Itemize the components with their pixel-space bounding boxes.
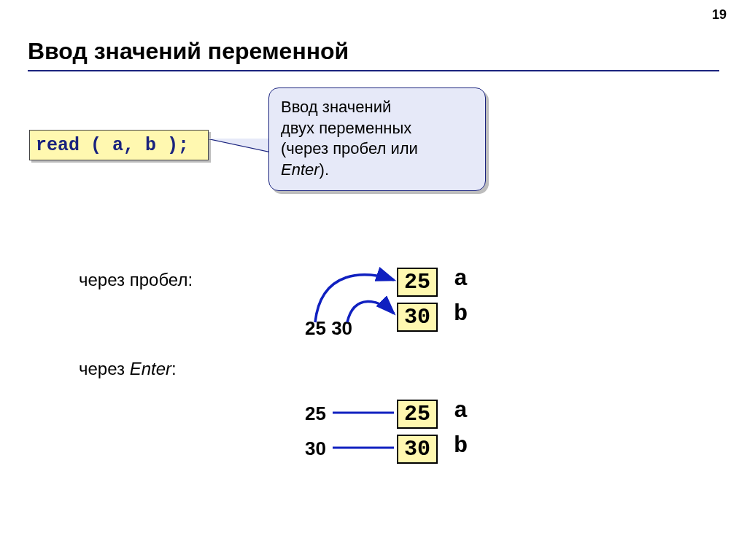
input-enter-line1: 25 xyxy=(305,402,326,425)
result-box-b-enter: 30 xyxy=(397,435,438,464)
title-underline xyxy=(28,70,719,71)
result-box-a-space: 25 xyxy=(397,268,438,297)
callout-line2: двух переменных xyxy=(281,119,411,137)
code-snippet: read ( a, b ); xyxy=(29,130,209,160)
page-number: 19 xyxy=(712,7,727,23)
callout-line3: (через пробел или xyxy=(281,139,418,158)
result-box-a-enter: 25 xyxy=(397,400,438,429)
callout-enter-em: Enter xyxy=(281,160,320,179)
input-space-text: 25 30 xyxy=(305,317,352,340)
result-box-b-space: 30 xyxy=(397,303,438,332)
callout-bubble: Ввод значений двух переменных (через про… xyxy=(268,88,486,191)
input-enter-line2: 30 xyxy=(305,438,326,460)
var-name-b-enter: b xyxy=(454,432,468,459)
label-enter-pre: через xyxy=(79,359,130,378)
label-via-space: через пробел: xyxy=(79,270,193,290)
var-name-b-space: b xyxy=(454,300,468,327)
callout-line1: Ввод значений xyxy=(281,98,391,116)
var-name-a-enter: a xyxy=(454,397,468,424)
callout-line4-post: ). xyxy=(320,160,329,179)
var-name-a-space: a xyxy=(454,265,468,292)
label-via-enter: через Enter: xyxy=(79,359,177,379)
label-enter-post: : xyxy=(171,359,177,378)
page-title: Ввод значений переменной xyxy=(28,38,349,65)
label-enter-em: Enter xyxy=(130,359,171,378)
